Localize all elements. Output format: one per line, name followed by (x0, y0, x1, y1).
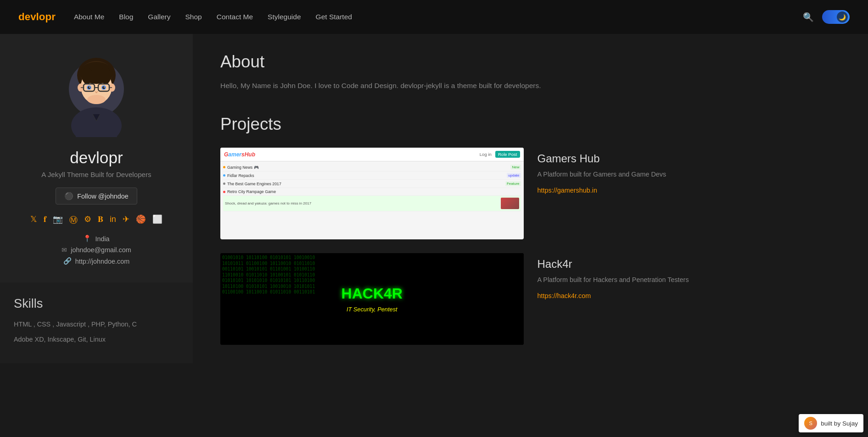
svg-point-19 (104, 87, 105, 88)
sidebar-tagline: A Jekyll Theme Built for Developers (41, 171, 151, 178)
nav-blog[interactable]: Blog (119, 13, 133, 21)
medium-icon[interactable]: Ⓜ (69, 215, 78, 226)
hack4r-title-text: HACK4R (342, 285, 403, 302)
left-column: devlopr A Jekyll Theme Built for Develop… (0, 34, 193, 437)
location-text: India (95, 235, 109, 243)
email-row: ✉ johndoe@gmail.com (62, 246, 131, 254)
about-section: About Hello, My Name is John Doe. I love… (220, 52, 840, 92)
search-button[interactable]: 🔍 (803, 12, 814, 22)
project-name-1: Hack4r (538, 258, 841, 271)
avatar (57, 48, 135, 139)
page-body: devlopr A Jekyll Theme Built for Develop… (0, 34, 868, 437)
skills-section: Skills HTML , CSS , Javascript , PHP, Py… (0, 282, 193, 363)
dark-mode-toggle[interactable]: 🌙 (822, 10, 850, 24)
nav-shop[interactable]: Shop (185, 13, 202, 21)
svg-point-18 (89, 87, 90, 88)
nav-gallery[interactable]: Gallery (148, 13, 170, 21)
svg-point-5 (82, 67, 93, 84)
gamershub-logo: GamersHub (224, 151, 255, 158)
telegram-icon[interactable]: ✈ (123, 215, 129, 226)
hack4r-subtitle: IT Security, Pentest (347, 306, 398, 313)
dribbble-icon[interactable]: 🏀 (136, 215, 146, 226)
projects-section: Projects GamersHub Log in Role Post Gami… (220, 115, 840, 345)
facebook-icon[interactable]: 𝐟 (44, 215, 46, 226)
github-icon: ⚫ (64, 192, 73, 200)
project-desc-1: A Platform built for Hackers and Penetra… (538, 275, 841, 285)
nav-styleguide[interactable]: Styleguide (268, 13, 301, 21)
built-by-text: built by Sujay (821, 420, 858, 427)
linkedin-icon[interactable]: in (110, 215, 116, 226)
svg-point-6 (100, 67, 111, 84)
twitter-icon[interactable]: 𝕏 (30, 215, 37, 226)
toggle-moon-icon: 🌙 (837, 11, 848, 22)
github-icon[interactable]: ⚙ (84, 215, 91, 226)
project-img-hack4r: 01001010 10110100 01010101 10010010 1010… (220, 253, 524, 345)
website-link[interactable]: http://johndoe.com (75, 258, 129, 265)
svg-point-20 (87, 95, 106, 104)
email-link[interactable]: johndoe@gmail.com (71, 246, 131, 254)
stackoverflow-icon[interactable]: ⬜ (152, 215, 162, 226)
main-content: About Hello, My Name is John Doe. I love… (193, 34, 868, 437)
location-row: 📍 India (83, 235, 109, 243)
project-info-hack4r: Hack4r A Platform built for Hackers and … (538, 253, 841, 304)
project-img-gamershub: GamersHub Log in Role Post Gaming News 🎮… (220, 148, 524, 239)
nav-about[interactable]: About Me (74, 13, 104, 21)
sidebar-username: devlopr (70, 149, 123, 167)
skills-line1: HTML , CSS , Javascript , PHP, Python, C (14, 319, 179, 330)
behance-icon[interactable]: 𝐁 (98, 215, 103, 226)
about-title: About (220, 52, 840, 72)
built-by-badge: S built by Sujay (799, 414, 863, 432)
follow-button[interactable]: ⚫ Follow @johndoe (56, 188, 137, 205)
svg-point-17 (102, 86, 105, 89)
follow-label: Follow @johndoe (77, 193, 128, 200)
website-row: 🔗 http://johndoe.com (63, 257, 129, 265)
navbar: devlopr About Me Blog Gallery Shop Conta… (0, 0, 868, 34)
project-name-0: Gamers Hub (538, 152, 841, 165)
instagram-icon[interactable]: 📷 (53, 215, 63, 226)
sidebar: devlopr A Jekyll Theme Built for Develop… (0, 34, 193, 282)
skills-title: Skills (14, 296, 179, 311)
built-by-avatar: S (804, 417, 817, 430)
skills-line2: Adobe XD, Inkscape, Git, Linux (14, 334, 179, 345)
about-text: Hello, My Name is John Doe. I love to Co… (220, 80, 597, 92)
projects-grid: GamersHub Log in Role Post Gaming News 🎮… (220, 148, 840, 345)
project-desc-0: A Platform built for Gamers and Game Dev… (538, 170, 841, 180)
svg-point-16 (88, 86, 90, 89)
location-icon: 📍 (83, 235, 91, 243)
social-icons: 𝕏 𝐟 📷 Ⓜ ⚙ 𝐁 in ✈ 🏀 ⬜ (30, 215, 162, 226)
nav-contact[interactable]: Contact Me (217, 13, 253, 21)
nav-getstarted[interactable]: Get Started (316, 13, 352, 21)
project-link-1[interactable]: https://hack4r.com (538, 292, 591, 299)
nav-brand[interactable]: devlopr (18, 11, 56, 23)
project-info-gamershub: Gamers Hub A Platform built for Gamers a… (538, 148, 841, 199)
nav-right: 🔍 🌙 (803, 10, 850, 24)
email-icon: ✉ (62, 246, 67, 254)
projects-title: Projects (220, 115, 840, 134)
nav-links: About Me Blog Gallery Shop Contact Me St… (74, 13, 803, 21)
website-icon: 🔗 (63, 257, 72, 265)
project-link-0[interactable]: https://gamershub.in (538, 187, 597, 194)
